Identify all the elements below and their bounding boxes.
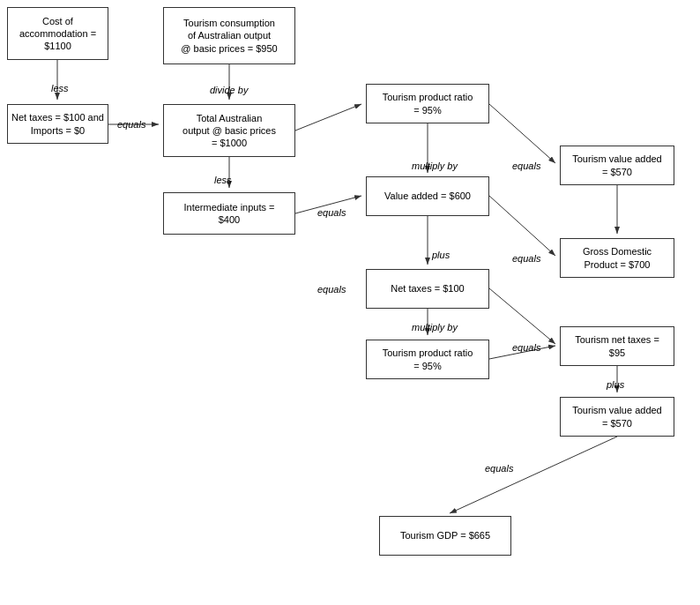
svg-line-8 xyxy=(489,104,555,163)
tourism-product-ratio-1-box: Tourism product ratio= 95% xyxy=(366,84,489,123)
tourism-product-ratio-2-label: Tourism product ratio= 95% xyxy=(383,347,473,372)
net-taxes-100-box: Net taxes = $100 xyxy=(366,269,489,309)
net-taxes-imports-label: Net taxes = $100 andImports = $0 xyxy=(11,111,104,137)
equals-label-1: equals xyxy=(117,119,145,130)
tourism-value-added-2-box: Tourism value added= $570 xyxy=(560,397,674,437)
tourism-value-added-2-label: Tourism value added= $570 xyxy=(572,404,662,429)
less-label-1: less xyxy=(51,83,69,93)
tourism-consumption-label: Tourism consumptionof Australian output@… xyxy=(181,17,277,55)
svg-line-16 xyxy=(450,437,617,513)
tourism-net-taxes-label: Tourism net taxes =$95 xyxy=(575,333,659,359)
tourism-value-added-1-label: Tourism value added= $570 xyxy=(572,153,662,178)
tourism-gdp-label: Tourism GDP = $665 xyxy=(400,529,490,542)
cost-accommodation-box: Cost ofaccommodation =$1100 xyxy=(7,7,108,60)
equals-label-5: equals xyxy=(512,253,540,264)
net-taxes-100-label: Net taxes = $100 xyxy=(391,282,464,295)
divide-by-label: divide by xyxy=(210,85,248,95)
multiply-by-label-1: multiply by xyxy=(412,161,458,171)
intermediate-inputs-box: Intermediate inputs =$400 xyxy=(163,192,295,235)
gross-domestic-box: Gross DomesticProduct = $700 xyxy=(560,238,674,278)
multiply-by-label-2: multiply by xyxy=(412,322,458,332)
total-australian-label: Total Australianoutput @ basic prices= $… xyxy=(182,112,276,150)
tourism-gdp-box: Tourism GDP = $665 xyxy=(379,516,511,556)
equals-label-7: equals xyxy=(485,463,513,474)
equals-label-3: equals xyxy=(317,284,346,295)
intermediate-inputs-label: Intermediate inputs =$400 xyxy=(183,201,274,227)
gross-domestic-label: Gross DomesticProduct = $700 xyxy=(583,245,652,271)
plus-label-1: plus xyxy=(432,250,450,260)
svg-line-10 xyxy=(489,196,555,256)
less-label-2: less xyxy=(214,175,232,185)
cost-accommodation-label: Cost ofaccommodation =$1100 xyxy=(19,15,96,53)
equals-label-6: equals xyxy=(512,342,540,353)
tourism-value-added-1-box: Tourism value added= $570 xyxy=(560,146,674,185)
tourism-product-ratio-2-box: Tourism product ratio= 95% xyxy=(366,340,489,379)
total-australian-box: Total Australianoutput @ basic prices= $… xyxy=(163,104,295,157)
value-added-box: Value added = $600 xyxy=(366,176,489,216)
equals-label-2: equals xyxy=(317,207,346,218)
net-taxes-imports-box: Net taxes = $100 andImports = $0 xyxy=(7,104,108,144)
svg-line-4 xyxy=(295,104,361,131)
tourism-consumption-box: Tourism consumptionof Australian output@… xyxy=(163,7,295,64)
value-added-label: Value added = $600 xyxy=(384,190,471,202)
tourism-product-ratio-1-label: Tourism product ratio= 95% xyxy=(383,91,473,116)
equals-label-4: equals xyxy=(512,161,540,171)
plus-label-2: plus xyxy=(607,379,624,390)
svg-line-12 xyxy=(489,288,555,344)
tourism-net-taxes-box: Tourism net taxes =$95 xyxy=(560,326,674,366)
